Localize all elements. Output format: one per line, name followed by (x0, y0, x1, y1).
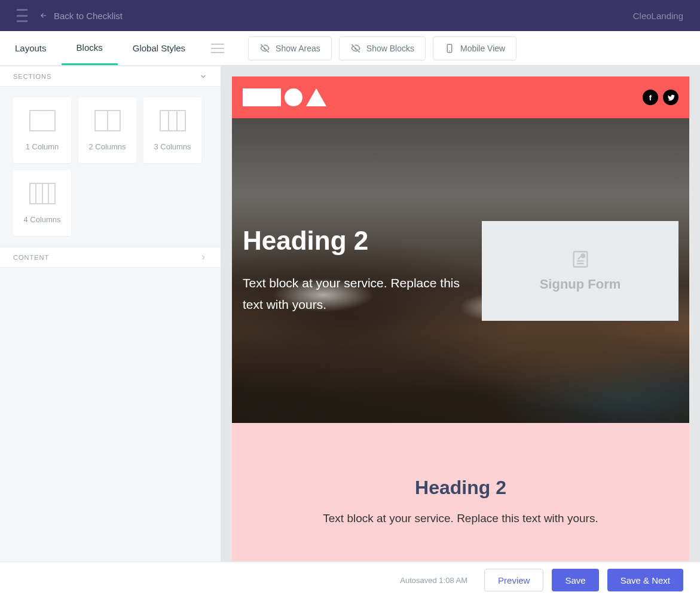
hero-body-text: Text block at your service. Replace this… (243, 272, 482, 315)
twitter-bird-icon (667, 94, 675, 102)
canvas[interactable]: f Heading 2 Text block at your service. … (221, 66, 700, 562)
show-blocks-button[interactable]: Show Blocks (339, 36, 426, 60)
block-label: 4 Columns (23, 215, 60, 224)
show-areas-button[interactable]: Show Areas (248, 36, 332, 60)
button-label: Show Blocks (366, 44, 414, 53)
sections-accordion[interactable]: SECTIONS (0, 66, 221, 87)
block-label: 1 Column (26, 142, 59, 151)
brand-name: CleoLanding (633, 11, 683, 21)
back-label: Back to Checklist (54, 11, 123, 21)
circle-icon (285, 88, 302, 106)
tab-blocks[interactable]: Blocks (62, 31, 118, 65)
button-label: Save (565, 575, 585, 585)
square-icon (243, 88, 281, 106)
sidebar: SECTIONS 1 Column 2 Columns 3 Columns 4 … (0, 66, 221, 562)
signup-form-placeholder[interactable]: Signup Form (482, 221, 678, 321)
accordion-label: CONTENT (13, 254, 49, 261)
button-label: Save & Next (620, 575, 670, 585)
save-and-next-button[interactable]: Save & Next (607, 569, 683, 591)
block-3-columns[interactable]: 3 Columns (143, 97, 201, 163)
block-label: 2 Columns (88, 142, 126, 151)
social-links: f (643, 90, 678, 105)
toolbar: Layouts Blocks Global Styles Show Areas … (0, 31, 700, 66)
accordion-label: SECTIONS (13, 73, 51, 80)
footer-actions: Autosaved 1:08 AM Preview Save Save & Ne… (0, 562, 700, 598)
button-label: Show Areas (276, 44, 320, 53)
hero-heading: Heading 2 (243, 226, 482, 256)
chevron-down-icon (199, 72, 207, 81)
tab-layouts[interactable]: Layouts (0, 31, 62, 65)
tab-label: Global Styles (133, 43, 185, 53)
chevron-right-icon (199, 253, 207, 262)
menu-icon[interactable] (211, 44, 224, 53)
column-preview-icon (29, 183, 56, 204)
app-logo-icon (17, 9, 29, 22)
block-1-column[interactable]: 1 Column (13, 97, 71, 163)
save-button[interactable]: Save (552, 569, 598, 591)
section-2[interactable]: Heading 2 Text block at your service. Re… (232, 423, 689, 561)
column-blocks-grid: 1 Column 2 Columns 3 Columns 4 Columns (0, 87, 221, 247)
facebook-icon[interactable]: f (643, 90, 658, 105)
page-header-bar[interactable]: f (232, 76, 689, 118)
column-preview-icon (160, 110, 186, 131)
main-area: SECTIONS 1 Column 2 Columns 3 Columns 4 … (0, 66, 700, 562)
mobile-icon (444, 43, 455, 54)
eye-off-icon (350, 43, 361, 54)
block-label: 3 Columns (154, 142, 191, 151)
app-header: Back to Checklist CleoLanding (0, 0, 700, 31)
preview-button[interactable]: Preview (484, 569, 543, 591)
block-2-columns[interactable]: 2 Columns (78, 97, 136, 163)
hero-text-block[interactable]: Heading 2 Text block at your service. Re… (243, 226, 482, 315)
button-label: Mobile View (460, 44, 505, 53)
editor-tabs: Layouts Blocks Global Styles (0, 31, 200, 65)
signup-label: Signup Form (540, 277, 621, 292)
block-4-columns[interactable]: 4 Columns (13, 170, 71, 236)
twitter-icon[interactable] (663, 90, 678, 105)
section-body-text: Text block at your service. Replace this… (250, 512, 671, 525)
form-icon (570, 249, 591, 269)
eye-off-icon (259, 43, 270, 54)
tab-global-styles[interactable]: Global Styles (118, 31, 200, 65)
landing-page-preview: f Heading 2 Text block at your service. … (232, 76, 689, 561)
mobile-view-button[interactable]: Mobile View (433, 36, 516, 60)
triangle-icon (306, 88, 326, 106)
section-heading: Heading 2 (250, 477, 671, 499)
content-accordion[interactable]: CONTENT (0, 247, 221, 268)
back-to-checklist-link[interactable]: Back to Checklist (39, 11, 123, 21)
column-preview-icon (29, 110, 56, 131)
autosave-status: Autosaved 1:08 AM (400, 576, 467, 585)
svg-rect-2 (573, 252, 587, 267)
svg-point-5 (581, 254, 585, 258)
tab-label: Blocks (77, 42, 103, 53)
hero-section[interactable]: Heading 2 Text block at your service. Re… (232, 118, 689, 423)
button-label: Preview (498, 575, 530, 585)
arrow-left-icon (39, 11, 48, 20)
page-logo (243, 88, 326, 106)
column-preview-icon (94, 110, 121, 131)
tab-label: Layouts (15, 43, 47, 53)
